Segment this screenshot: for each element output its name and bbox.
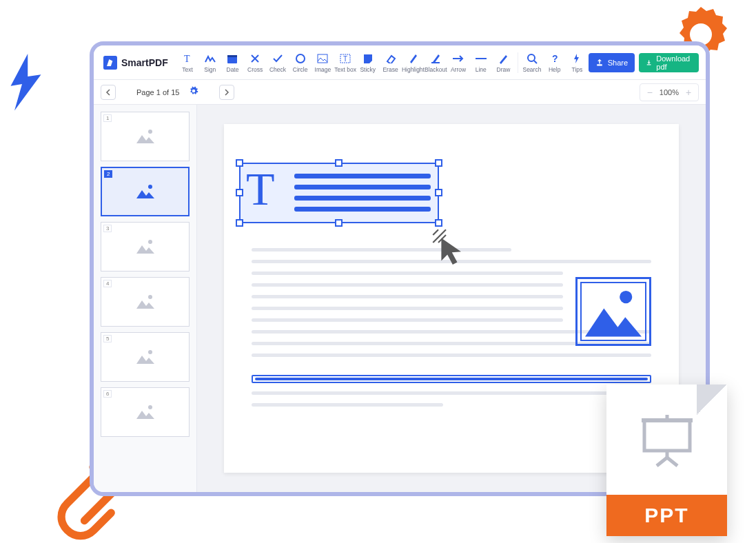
svg-line-11 [534, 61, 537, 63]
share-icon [595, 59, 604, 67]
svg-rect-8 [431, 62, 440, 63]
svg-point-18 [148, 295, 152, 299]
tool-date[interactable]: Date [221, 49, 244, 76]
svg-point-16 [148, 185, 152, 189]
svg-text:?: ? [552, 53, 558, 64]
cursor-arrow-icon [431, 227, 469, 265]
thumbnail-sidebar[interactable]: 1 2 3 4 5 6 [94, 105, 197, 492]
tool-search[interactable]: Search [521, 49, 544, 76]
file-type-label: PPT [606, 495, 727, 536]
zoom-control: − 100% + [640, 83, 699, 101]
resize-handle-t[interactable] [335, 159, 343, 167]
svg-point-17 [148, 240, 152, 244]
tool-textbox[interactable]: TText box [334, 49, 357, 76]
svg-text:T: T [343, 55, 347, 63]
thumbnail-page-3[interactable]: 3 [101, 222, 190, 272]
tool-draw[interactable]: Draw [492, 49, 515, 76]
svg-point-19 [148, 350, 152, 354]
thumbnail-page-2[interactable]: 2 [101, 167, 190, 216]
zoom-value: 100% [660, 88, 679, 96]
tool-image[interactable]: Image [311, 49, 334, 76]
chevron-left-icon [105, 89, 111, 96]
tool-blackout[interactable]: Blackout [425, 49, 447, 76]
resize-handle-tl[interactable] [236, 159, 243, 167]
zoom-out-button[interactable]: − [646, 88, 654, 97]
next-page-button[interactable] [219, 85, 234, 100]
tool-text[interactable]: TText [176, 49, 199, 76]
download-button[interactable]: Download pdf [639, 53, 699, 72]
main-toolbar: SmartPDF TText Sign Date Cross Check Cir… [94, 45, 706, 80]
tool-circle[interactable]: Circle [289, 49, 311, 76]
thumbnail-page-4[interactable]: 4 [101, 277, 190, 327]
svg-line-30 [667, 458, 677, 466]
svg-text:T: T [184, 54, 190, 64]
tool-cross[interactable]: Cross [244, 49, 267, 76]
download-icon [646, 59, 652, 67]
tool-sign[interactable]: Sign [198, 49, 221, 76]
page-settings-icon[interactable] [189, 86, 198, 98]
prev-page-button[interactable] [101, 85, 116, 100]
thumbnail-page-6[interactable]: 6 [101, 387, 190, 437]
svg-line-29 [657, 458, 667, 466]
svg-point-4 [296, 54, 305, 63]
ppt-file-badge: PPT [606, 385, 727, 536]
resize-handle-l[interactable] [236, 189, 243, 196]
navigation-bar: Page 1 of 15 − 100% + [94, 80, 706, 105]
resize-handle-b[interactable] [335, 219, 343, 227]
tool-check[interactable]: Check [267, 49, 289, 76]
svg-rect-13 [597, 64, 602, 65]
svg-rect-3 [227, 55, 237, 57]
resize-handle-r[interactable] [435, 189, 442, 196]
selected-text-element[interactable]: T [239, 163, 439, 223]
brand-name: SmartPDF [121, 57, 168, 68]
page-indicator: Page 1 of 15 [136, 88, 179, 96]
svg-rect-25 [644, 420, 690, 451]
svg-point-24 [620, 291, 632, 303]
tool-sticky[interactable]: Sticky [356, 49, 379, 76]
svg-point-20 [148, 405, 152, 409]
text-element-icon: T [246, 165, 275, 212]
tool-line[interactable]: Line [469, 49, 492, 76]
tool-erase[interactable]: Erase [379, 49, 402, 76]
svg-point-10 [528, 54, 535, 61]
tool-help[interactable]: ?Help [543, 49, 566, 76]
image-element[interactable] [575, 277, 651, 346]
svg-rect-14 [647, 64, 651, 65]
app-logo: SmartPDF [103, 56, 168, 70]
thumbnail-page-5[interactable]: 5 [101, 332, 190, 382]
lightning-decoration-icon [7, 54, 45, 102]
share-button[interactable]: Share [589, 53, 635, 72]
thumbnail-page-1[interactable]: 1 [101, 112, 190, 161]
tool-highlight[interactable]: Highlight [402, 49, 425, 76]
tool-tips[interactable]: Tips [566, 49, 589, 76]
presentation-icon [640, 412, 694, 467]
resize-handle-br[interactable] [435, 219, 442, 227]
chevron-right-icon [224, 89, 229, 96]
selected-line-element[interactable] [252, 375, 651, 383]
tool-arrow[interactable]: Arrow [447, 49, 470, 76]
resize-handle-tr[interactable] [435, 159, 442, 167]
resize-handle-bl[interactable] [236, 219, 243, 227]
svg-line-21 [433, 229, 438, 235]
svg-rect-5 [318, 54, 327, 63]
zoom-in-button[interactable]: + [684, 88, 693, 97]
svg-point-15 [148, 130, 152, 134]
